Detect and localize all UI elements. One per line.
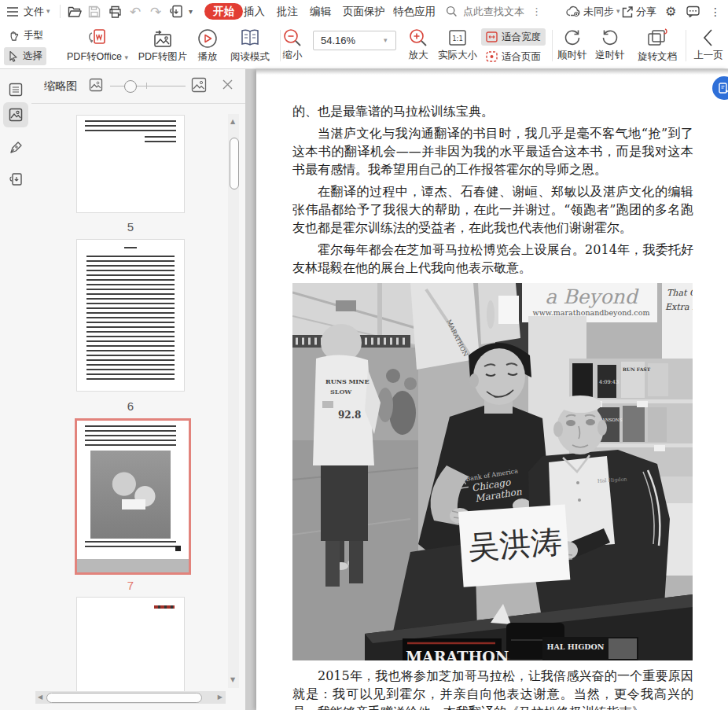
rotate-counterclockwise-button[interactable]: 逆时针 <box>593 28 627 62</box>
paragraph: 在翻译的过程中，谭杰、石春健、谢峘、郑敏以及湛庐文化的编辑张伟晶都给予了我很大的… <box>292 182 693 237</box>
thumbnail-page-6[interactable] <box>77 240 184 391</box>
zoom-out-button[interactable]: 缩小 <box>277 28 308 62</box>
fit-page-icon <box>486 51 498 62</box>
save-options-caret[interactable]: ▾ <box>189 0 193 23</box>
divider <box>60 5 61 18</box>
read-mode-button[interactable]: 阅读模式 <box>226 28 274 64</box>
export-doc-icon <box>169 5 183 18</box>
tab-edit-label: 编辑 <box>310 5 331 19</box>
svg-text:That G: That G <box>667 288 693 298</box>
more-vertical-icon: ⋮ <box>710 6 721 18</box>
thumbnail-size-slider-knob[interactable] <box>124 80 137 93</box>
large-thumbnail-icon[interactable] <box>191 77 207 93</box>
zoom-level-input[interactable] <box>319 34 384 47</box>
sidebar-item-thumbnails[interactable] <box>3 102 28 127</box>
tab-start[interactable]: 开始 <box>204 3 243 20</box>
thumbnail-page-7-selected[interactable] <box>75 418 191 575</box>
share-button[interactable]: 分享 <box>621 0 656 23</box>
sync-status-button[interactable]: 未同步 ▾ <box>566 0 620 23</box>
fit-page-button[interactable]: 适合页面 <box>481 48 546 65</box>
zoom-out-icon <box>282 28 303 48</box>
open-file-button[interactable] <box>68 0 83 23</box>
save-button[interactable] <box>88 0 101 23</box>
sidebar-item-outline[interactable] <box>3 77 28 102</box>
svg-text:吴洪涛: 吴洪涛 <box>467 523 564 565</box>
play-button[interactable]: 播放 <box>193 28 222 64</box>
sidebar-icon-strip <box>0 69 31 710</box>
tab-protect[interactable]: 保护 <box>364 0 385 23</box>
pdf-to-office-button[interactable]: PDF转Office ▾ <box>66 28 129 64</box>
document-view-area: 的、也是最靠谱的马拉松训练宝典。 当湛庐文化与我沟通翻译的书目时，我几乎是毫不客… <box>245 69 728 710</box>
tab-start-label: 开始 <box>213 5 234 19</box>
expo-photo: RUNS MINE SLOW 92.8 MARATHON <box>292 283 693 660</box>
visible-area-indicator[interactable] <box>77 559 189 572</box>
printer-icon <box>108 6 122 18</box>
pdf-page-7: 的、也是最靠谱的马拉松训练宝典。 当湛庐文化与我沟通翻译的书目时，我几乎是毫不客… <box>256 69 728 710</box>
tab-special-apps-label: 特色应用 <box>393 5 436 19</box>
panel-vertical-scrollbar[interactable]: ▲ ▼ <box>228 114 239 688</box>
print-button[interactable] <box>108 0 122 23</box>
svg-text:www.marathonandbeyond.com: www.marathonandbeyond.com <box>533 308 650 317</box>
redo-button[interactable]: ↷ <box>150 0 161 23</box>
scroll-down-arrow[interactable]: ▼ <box>230 677 235 683</box>
small-thumbnail-icon[interactable] <box>89 78 103 92</box>
thumb7-paper <box>122 499 145 510</box>
thumbnail-size-slider-track[interactable] <box>110 86 186 86</box>
zoom-caret-icon[interactable]: ▾ <box>384 37 388 44</box>
more-options-button[interactable]: ⋮ <box>710 0 721 23</box>
actual-size-button[interactable]: 1:1 实际大小 <box>437 28 478 62</box>
folder-open-icon <box>68 6 83 18</box>
sidebar-item-annotations[interactable] <box>3 135 28 160</box>
paragraph: 霍尔每年都会在芝加哥马拉松博览会上设展台。2014年，我委托好友林琨毅在他的展台… <box>292 241 693 277</box>
tab-comment[interactable]: 批注 <box>277 0 298 23</box>
thumbnail-page-8[interactable] <box>77 598 184 691</box>
page-top-shadow <box>256 69 728 75</box>
svg-text:4:09:43: 4:09:43 <box>599 379 619 385</box>
hamburger-menu-button[interactable] <box>6 0 19 23</box>
divider <box>552 30 553 61</box>
rotate-document-button[interactable]: 旋转文档 <box>634 28 681 64</box>
feedback-button[interactable] <box>686 0 700 23</box>
fit-page-label: 适合页面 <box>502 50 541 64</box>
tab-special-apps[interactable]: 特色应用 <box>393 0 436 23</box>
settings-button[interactable]: ⚙ <box>665 0 676 23</box>
undo-button[interactable]: ↶ <box>130 0 141 23</box>
horizontal-scrollbar-thumb[interactable] <box>46 693 202 703</box>
thumbnail-page-5[interactable] <box>77 116 184 212</box>
close-panel-icon[interactable] <box>222 79 233 90</box>
tab-insert-label: 插入 <box>244 5 265 19</box>
panel-horizontal-scrollbar[interactable]: ◀ ▶ <box>35 691 226 704</box>
rotate-cw-label: 顺时针 <box>557 49 587 62</box>
pen-icon <box>9 141 23 155</box>
hand-tool-button[interactable]: 手型 <box>4 27 47 45</box>
panel-title: 缩略图 <box>44 79 77 94</box>
scroll-up-arrow[interactable]: ▲ <box>230 119 235 125</box>
redo-icon: ↷ <box>150 4 161 20</box>
paragraph: 的、也是最靠谱的马拉松训练宝典。 <box>292 102 693 120</box>
pdf-to-image-button[interactable]: PDF转图片 <box>137 28 189 64</box>
scroll-left-arrow[interactable]: ◀ <box>38 694 42 701</box>
vertical-scrollbar-thumb[interactable] <box>230 138 239 189</box>
rotate-clockwise-button[interactable]: 顺时针 <box>555 28 590 62</box>
file-menu[interactable]: 文件 ▾ <box>24 0 50 23</box>
scroll-right-arrow[interactable]: ▶ <box>218 694 222 701</box>
thumbnail-panel: 缩略图 5 6 7 <box>31 69 245 710</box>
thumb6-title-line <box>124 247 137 250</box>
tab-edit[interactable]: 编辑 <box>310 0 331 23</box>
tab-page[interactable]: 页面 <box>343 0 364 23</box>
thumb7-mark <box>175 546 181 551</box>
pdf-to-office-icon <box>86 28 109 50</box>
previous-page-button[interactable]: 上一页 <box>690 28 726 62</box>
fit-width-button[interactable]: 适合宽度 <box>481 28 546 46</box>
search-box[interactable]: 点此查找文本 ⋮ <box>446 0 542 23</box>
zoom-in-button[interactable]: 放大 <box>403 28 434 62</box>
svg-text:SLOW: SLOW <box>330 388 352 395</box>
chevron-left-icon <box>699 28 718 48</box>
tab-insert[interactable]: 插入 <box>244 0 265 23</box>
divider <box>686 30 686 61</box>
zoom-level-combobox[interactable]: ▾ <box>313 31 396 50</box>
svg-text:92.8: 92.8 <box>338 410 361 421</box>
select-tool-button[interactable]: 选择 <box>4 47 46 65</box>
export-button[interactable] <box>169 0 183 23</box>
sidebar-item-export[interactable] <box>3 167 28 192</box>
